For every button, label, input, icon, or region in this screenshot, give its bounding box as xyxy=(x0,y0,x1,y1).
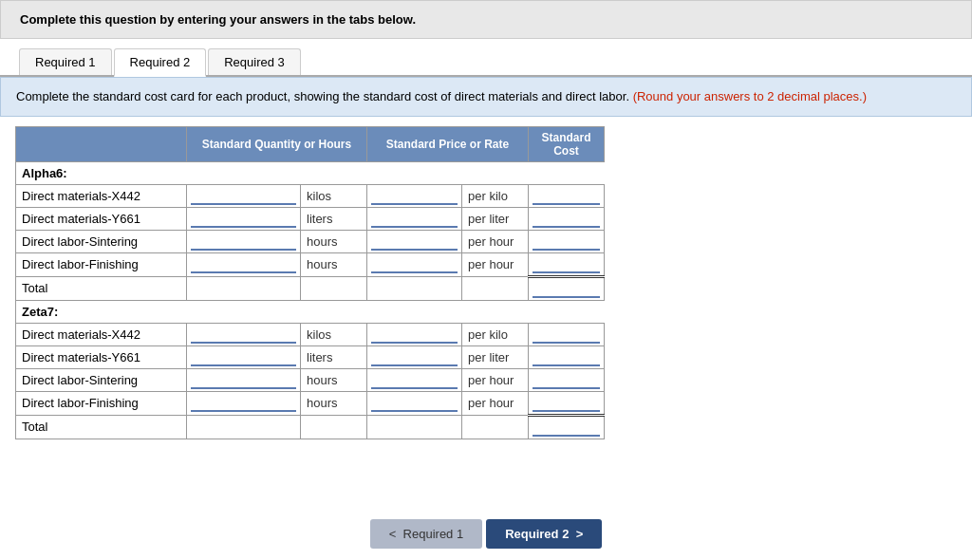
alpha-sintering-unit1: hours xyxy=(301,230,367,252)
prev-label: Required 1 xyxy=(403,527,464,541)
zeta-finishing-unit2: per hour xyxy=(462,391,529,415)
zeta-sintering-qty-cell[interactable] xyxy=(187,368,301,391)
alpha-section-header: Alpha6: xyxy=(16,161,605,184)
zeta-finishing-qty-cell[interactable] xyxy=(187,391,301,415)
zeta-sintering-qty-input[interactable] xyxy=(191,371,296,389)
zeta-sintering-cost-cell[interactable] xyxy=(529,368,605,391)
alpha-x442-cost-input[interactable] xyxy=(533,187,600,205)
description-highlight: (Round your answers to 2 decimal places.… xyxy=(629,89,867,103)
alpha-total-label: Total xyxy=(16,276,187,300)
alpha-finishing-qty-input[interactable] xyxy=(191,255,296,273)
next-label: Required 2 xyxy=(505,527,569,541)
table-row: Direct labor-Sintering hours per hour xyxy=(16,230,605,252)
zeta-finishing-cost-input[interactable] xyxy=(533,394,600,412)
alpha-x442-price-cell[interactable] xyxy=(367,184,462,207)
description-area: Complete the standard cost card for each… xyxy=(0,77,972,117)
alpha-y661-cost-cell[interactable] xyxy=(529,207,605,230)
zeta-sintering-unit2: per hour xyxy=(462,368,529,391)
table-row: Direct materials-X442 kilos per kilo xyxy=(16,184,605,207)
zeta-sintering-cost-input[interactable] xyxy=(533,371,600,389)
tab-required3[interactable]: Required 3 xyxy=(208,48,301,75)
zeta-y661-unit2: per liter xyxy=(462,345,529,368)
alpha-y661-qty-input[interactable] xyxy=(191,210,296,228)
table-row: Direct labor-Finishing hours per hour xyxy=(16,252,605,276)
alpha-x442-cost-cell[interactable] xyxy=(529,184,605,207)
alpha-y661-price-cell[interactable] xyxy=(367,207,462,230)
alpha-finishing-cost-cell[interactable] xyxy=(529,252,605,276)
alpha-y661-unit2: per liter xyxy=(462,207,529,230)
zeta-total-row: Total xyxy=(16,415,605,439)
zeta-x442-qty-cell[interactable] xyxy=(187,323,301,345)
alpha-sintering-qty-input[interactable] xyxy=(191,233,296,251)
alpha-y661-unit1: liters xyxy=(301,207,367,230)
zeta-total-qty xyxy=(187,415,301,439)
next-chevron: > xyxy=(576,527,584,541)
zeta-section-header: Zeta7: xyxy=(16,300,605,323)
alpha-total-price xyxy=(367,276,462,300)
col-header-qty: Standard Quantity or Hours xyxy=(187,126,367,161)
alpha-total-row: Total xyxy=(16,276,605,300)
prev-button[interactable]: < Required 1 xyxy=(370,519,482,549)
zeta-total-unit2 xyxy=(462,415,529,439)
zeta-x442-price-cell[interactable] xyxy=(367,323,462,345)
alpha-sintering-cost-cell[interactable] xyxy=(529,230,605,252)
zeta-x442-price-input[interactable] xyxy=(371,326,458,344)
zeta-label: Zeta7: xyxy=(16,300,605,323)
alpha-sintering-qty-cell[interactable] xyxy=(187,230,301,252)
zeta-y661-unit1: liters xyxy=(301,345,367,368)
prev-chevron: < xyxy=(389,527,397,541)
alpha-label: Alpha6: xyxy=(16,161,605,184)
description-main: Complete the standard cost card for each… xyxy=(16,89,629,103)
table-row: Direct materials-Y661 liters per liter xyxy=(16,345,605,368)
zeta-y661-cost-input[interactable] xyxy=(533,348,600,366)
zeta-total-cost-input[interactable] xyxy=(533,419,600,437)
alpha-sintering-cost-input[interactable] xyxy=(533,233,600,251)
alpha-sintering-price-input[interactable] xyxy=(371,233,458,251)
alpha-total-cost-cell[interactable] xyxy=(529,276,605,300)
zeta-finishing-qty-input[interactable] xyxy=(191,394,296,412)
tab-required1[interactable]: Required 1 xyxy=(19,48,112,75)
alpha-y661-cost-input[interactable] xyxy=(533,210,600,228)
cost-table: Standard Quantity or Hours Standard Pric… xyxy=(15,126,605,439)
zeta-y661-qty-input[interactable] xyxy=(191,348,296,366)
row-label: Direct labor-Sintering xyxy=(16,230,187,252)
alpha-x442-price-input[interactable] xyxy=(371,187,458,205)
alpha-y661-price-input[interactable] xyxy=(371,210,458,228)
row-label: Direct labor-Sintering xyxy=(16,368,187,391)
table-row: Direct labor-Finishing hours per hour xyxy=(16,391,605,415)
alpha-sintering-price-cell[interactable] xyxy=(367,230,462,252)
zeta-total-unit xyxy=(301,415,367,439)
alpha-x442-qty-cell[interactable] xyxy=(187,184,301,207)
zeta-y661-price-cell[interactable] xyxy=(367,345,462,368)
zeta-sintering-price-cell[interactable] xyxy=(367,368,462,391)
zeta-y661-qty-cell[interactable] xyxy=(187,345,301,368)
row-label: Direct labor-Finishing xyxy=(16,391,187,415)
zeta-sintering-price-input[interactable] xyxy=(371,371,458,389)
alpha-finishing-cost-input[interactable] xyxy=(533,255,600,273)
next-button[interactable]: Required 2 > xyxy=(486,519,602,549)
zeta-finishing-cost-cell[interactable] xyxy=(529,391,605,415)
alpha-finishing-price-input[interactable] xyxy=(371,255,458,273)
tab-required2[interactable]: Required 2 xyxy=(114,48,207,77)
zeta-y661-cost-cell[interactable] xyxy=(529,345,605,368)
bottom-nav: < Required 1 Required 2 > xyxy=(0,508,972,560)
alpha-y661-qty-cell[interactable] xyxy=(187,207,301,230)
col-header-cost: Standard Cost xyxy=(529,126,605,161)
zeta-x442-cost-cell[interactable] xyxy=(529,323,605,345)
alpha-finishing-price-cell[interactable] xyxy=(367,252,462,276)
zeta-y661-price-input[interactable] xyxy=(371,348,458,366)
alpha-finishing-unit2: per hour xyxy=(462,252,529,276)
table-row: Direct materials-X442 kilos per kilo xyxy=(16,323,605,345)
zeta-x442-qty-input[interactable] xyxy=(191,326,296,344)
alpha-total-cost-input[interactable] xyxy=(533,280,600,298)
row-label: Direct materials-Y661 xyxy=(16,345,187,368)
zeta-finishing-price-cell[interactable] xyxy=(367,391,462,415)
alpha-x442-qty-input[interactable] xyxy=(191,187,296,205)
zeta-x442-cost-input[interactable] xyxy=(533,326,600,344)
instruction-bar: Complete this question by entering your … xyxy=(0,0,972,39)
alpha-finishing-qty-cell[interactable] xyxy=(187,252,301,276)
zeta-finishing-price-input[interactable] xyxy=(371,394,458,412)
zeta-total-cost-cell[interactable] xyxy=(529,415,605,439)
table-row: Direct materials-Y661 liters per liter xyxy=(16,207,605,230)
alpha-finishing-unit1: hours xyxy=(301,252,367,276)
